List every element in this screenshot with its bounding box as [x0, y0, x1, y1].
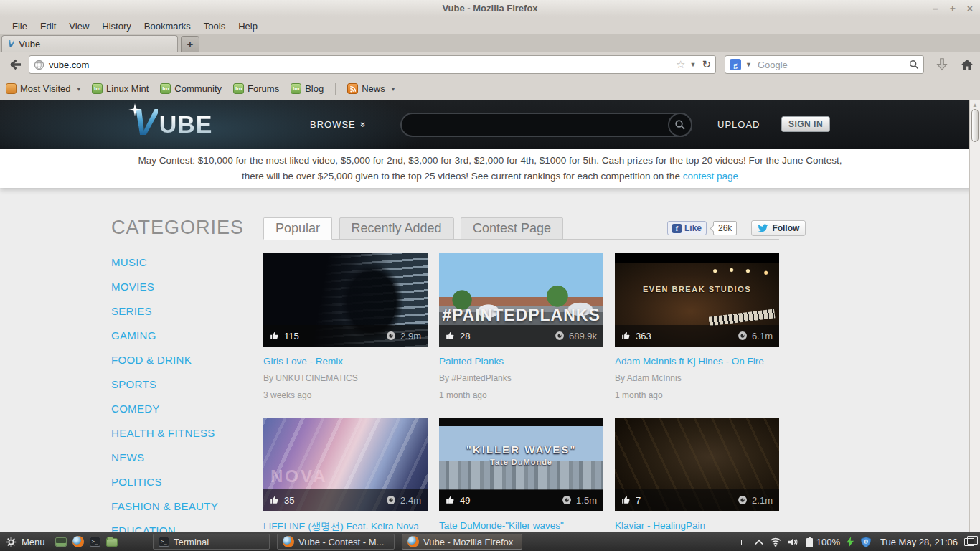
menu-help[interactable]: Help	[232, 21, 264, 32]
bookmark-linux-mint[interactable]: lm Linux Mint	[92, 83, 149, 94]
video-thumbnail[interactable]: 115 2.9m	[263, 253, 428, 347]
video-thumbnail[interactable]: 7 2.1m	[615, 418, 779, 511]
video-title[interactable]: Tate DuMonde-"Killer waves"	[439, 520, 603, 531]
facebook-like-button[interactable]: f Like	[667, 221, 707, 235]
category-politics[interactable]: POLITICS	[111, 476, 262, 488]
bookmark-community[interactable]: lm Community	[160, 83, 222, 94]
google-engine-icon[interactable]: g	[730, 59, 741, 70]
firefox-launcher-icon[interactable]	[72, 536, 84, 547]
dock-indicator-icon[interactable]	[741, 540, 748, 545]
tab-recently-added[interactable]: Recently Added	[339, 217, 454, 240]
chevron-up-icon[interactable]	[755, 539, 763, 545]
category-news[interactable]: NEWS	[111, 451, 262, 463]
category-food-drink[interactable]: FOOD & DRINK	[111, 354, 262, 366]
menu-file[interactable]: File	[6, 21, 34, 32]
battery-indicator[interactable]: 100%	[805, 537, 840, 547]
search-bar[interactable]: g ▼ Google	[725, 55, 924, 74]
bookmark-label: Forums	[248, 83, 279, 94]
sign-in-button[interactable]: SIGN IN	[781, 116, 830, 132]
views-eye-icon	[386, 495, 396, 505]
search-placeholder[interactable]: Google	[758, 60, 909, 70]
video-thumbnail[interactable]: #PAINTEDPLANKS 28 689.9k	[439, 253, 603, 347]
url-dropdown-icon[interactable]: ▼	[690, 61, 697, 68]
category-fashion-beauty[interactable]: FASHION & BEAUTY	[111, 500, 262, 512]
menu-view[interactable]: View	[62, 21, 95, 32]
bookmark-most-visited[interactable]: Most Visited	[6, 83, 80, 94]
category-comedy[interactable]: COMEDY	[111, 402, 262, 415]
twitter-follow-button[interactable]: Follow	[751, 220, 806, 236]
category-series[interactable]: SERIES	[111, 305, 262, 317]
scrollbar-up-icon[interactable]: ▲	[972, 102, 978, 108]
menu-tools[interactable]: Tools	[197, 21, 232, 32]
url-text[interactable]: vube.com	[49, 60, 673, 70]
window-stack-icon[interactable]	[964, 538, 974, 546]
menu-history[interactable]: History	[95, 21, 137, 32]
video-thumbnail[interactable]: EVEN BREAK STUDIOS 363 6.1m	[615, 253, 779, 347]
video-card: "KILLER WAVES" Tate DuMonde 49 1.5m Tate…	[439, 418, 603, 531]
site-search-button[interactable]	[668, 113, 692, 137]
close-button[interactable]: ×	[967, 0, 973, 17]
vube-favicon: V	[8, 38, 14, 50]
terminal-launcher-icon[interactable]: >_	[90, 537, 100, 547]
engine-dropdown-icon[interactable]: ▼	[745, 61, 752, 68]
globe-icon	[34, 60, 44, 70]
likes-count: 363	[621, 331, 651, 342]
taskbar-window-terminal[interactable]: >_ Terminal	[153, 534, 270, 550]
video-title[interactable]: Girls Love - Remix	[263, 356, 428, 367]
video-title[interactable]: Klaviar - HealingPain	[615, 520, 779, 531]
volume-icon[interactable]	[788, 537, 798, 547]
video-author: By Adam McInnis	[615, 373, 779, 383]
home-button[interactable]	[960, 57, 974, 72]
new-tab-button[interactable]: +	[181, 36, 199, 52]
categories-list: MUSIC MOVIES SERIES GAMING FOOD & DRINK …	[111, 256, 262, 537]
likes-count: 49	[446, 495, 470, 506]
files-launcher-icon[interactable]	[106, 538, 118, 547]
browse-menu[interactable]: BROWSE »	[310, 100, 366, 149]
menu-button[interactable]: Menu	[6, 537, 45, 547]
download-button[interactable]	[934, 57, 950, 72]
video-age: 1 month ago	[439, 390, 603, 400]
piano-keys-art	[709, 309, 776, 326]
wifi-icon[interactable]	[770, 537, 781, 547]
taskbar-window-vube-active[interactable]: Vube - Mozilla Firefox	[402, 534, 522, 550]
charging-bolt-icon	[847, 537, 854, 547]
taskbar-window-contest[interactable]: Vube - Contest - M...	[277, 534, 395, 550]
search-magnifier-icon[interactable]	[909, 60, 919, 70]
show-desktop-icon[interactable]	[55, 537, 67, 547]
site-search-input[interactable]	[400, 113, 692, 137]
contest-page-link[interactable]: contest page	[683, 171, 738, 182]
video-thumbnail[interactable]: "KILLER WAVES" Tate DuMonde 49 1.5m	[439, 418, 603, 511]
upload-link[interactable]: UPLOAD	[717, 100, 760, 149]
vube-logo[interactable]: V UBE	[133, 106, 212, 138]
reload-icon[interactable]: ↻	[702, 58, 711, 71]
category-sports[interactable]: SPORTS	[111, 378, 262, 390]
maximize-button[interactable]: +	[950, 0, 956, 17]
window-titlebar[interactable]: Vube - Mozilla Firefox – + ×	[0, 0, 980, 17]
thumbs-up-icon	[270, 331, 280, 341]
clock[interactable]: Tue May 28, 21:06	[880, 537, 958, 547]
bookmark-star-icon[interactable]: ☆	[676, 58, 685, 71]
views-eye-icon	[562, 495, 572, 505]
video-title[interactable]: Painted Planks	[439, 356, 603, 367]
menu-edit[interactable]: Edit	[34, 21, 62, 32]
tab-contest-page[interactable]: Contest Page	[461, 217, 563, 240]
browser-scrollbar[interactable]: ▲	[969, 100, 980, 532]
tab-popular[interactable]: Popular	[263, 217, 332, 240]
category-movies[interactable]: MOVIES	[111, 281, 262, 293]
bookmark-news[interactable]: News	[347, 83, 395, 94]
menu-bookmarks[interactable]: Bookmarks	[138, 21, 197, 32]
category-gaming[interactable]: GAMING	[111, 329, 262, 342]
back-button[interactable]	[7, 56, 24, 73]
bookmark-blog[interactable]: lm Blog	[291, 83, 324, 94]
likes-count: 115	[270, 331, 299, 342]
browser-tab-vube[interactable]: V Vube	[1, 35, 178, 52]
video-title[interactable]: Adam McInnis ft Kj Hines - On Fire	[615, 356, 779, 367]
category-health-fitness[interactable]: HEALTH & FITNESS	[111, 427, 262, 439]
scrollbar-thumb[interactable]	[971, 109, 979, 142]
shield-icon[interactable]: i	[860, 537, 872, 548]
url-bar[interactable]: vube.com ☆ ▼ ↻	[29, 55, 716, 74]
category-music[interactable]: MUSIC	[111, 256, 262, 268]
video-thumbnail[interactable]: NOVA 35 2.4m	[263, 418, 428, 511]
bookmark-forums[interactable]: lm Forums	[233, 83, 279, 94]
minimize-button[interactable]: –	[933, 0, 938, 17]
